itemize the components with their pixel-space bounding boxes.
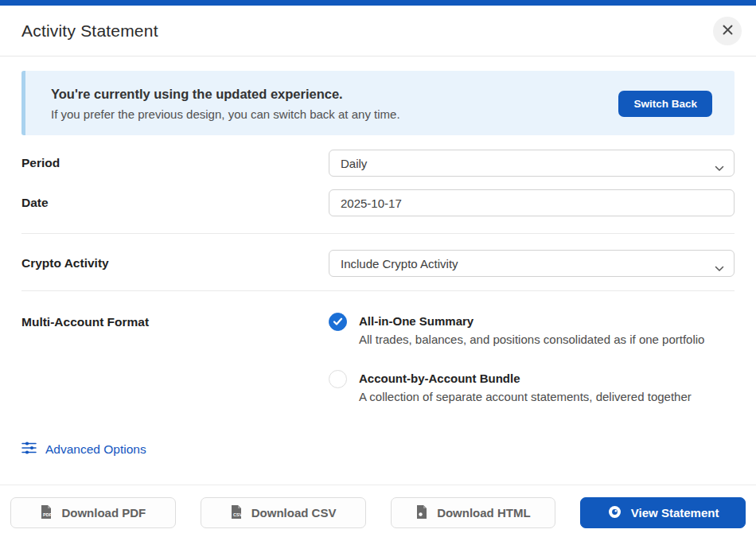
- view-statement-button[interactable]: View Statement: [580, 497, 746, 528]
- download-pdf-label: Download PDF: [61, 506, 146, 520]
- date-field: [329, 189, 735, 216]
- radio-option-title: Account-by-Account Bundle: [359, 369, 692, 385]
- download-html-button[interactable]: Download HTML: [391, 497, 556, 528]
- svg-text:CSV: CSV: [233, 512, 243, 517]
- period-label: Period: [21, 156, 329, 170]
- file-csv-icon: CSV: [230, 504, 243, 522]
- top-accent-bar: [0, 0, 756, 6]
- date-row: Date: [21, 189, 735, 216]
- close-icon: [722, 24, 734, 38]
- sliders-icon: [21, 441, 37, 458]
- download-html-label: Download HTML: [437, 506, 530, 520]
- period-row: Period Daily: [21, 150, 735, 177]
- period-field: Daily: [329, 150, 735, 177]
- divider: [21, 290, 735, 291]
- date-input[interactable]: [329, 189, 735, 216]
- advanced-options-label: Advanced Options: [45, 442, 146, 457]
- download-csv-label: Download CSV: [251, 506, 337, 520]
- svg-text:PDF: PDF: [43, 512, 53, 517]
- eye-icon: [607, 504, 622, 522]
- update-banner: You're currently using the updated exper…: [21, 71, 735, 135]
- radio-option-title: All-in-One Summary: [359, 312, 704, 328]
- advanced-options-link[interactable]: Advanced Options: [21, 441, 146, 458]
- radio-option-text: All-in-One Summary All trades, balances,…: [359, 312, 704, 346]
- multi-account-format-label: Multi-Account Format: [21, 312, 329, 329]
- switch-back-button[interactable]: Switch Back: [618, 91, 712, 117]
- banner-text: You're currently using the updated exper…: [51, 87, 618, 121]
- dialog-body: You're currently using the updated exper…: [0, 71, 756, 458]
- dialog-header: Activity Statement: [0, 6, 756, 56]
- date-label: Date: [21, 196, 329, 210]
- page-title: Activity Statement: [21, 21, 158, 41]
- multi-account-format-row: Multi-Account Format All-in-One Summary …: [21, 312, 735, 426]
- file-html-icon: [415, 504, 428, 522]
- view-statement-label: View Statement: [631, 506, 719, 520]
- download-pdf-button[interactable]: PDF Download PDF: [10, 497, 176, 528]
- multi-account-options: All-in-One Summary All trades, balances,…: [329, 312, 735, 426]
- period-select[interactable]: Daily: [329, 150, 735, 177]
- crypto-activity-label: Crypto Activity: [21, 256, 329, 270]
- file-pdf-icon: PDF: [40, 504, 53, 522]
- radio-option-account-bundle[interactable]: Account-by-Account Bundle A collection o…: [329, 369, 735, 403]
- radio-option-description: A collection of separate account stateme…: [359, 390, 692, 403]
- crypto-activity-field: Include Crypto Activity: [329, 250, 735, 277]
- crypto-activity-select[interactable]: Include Crypto Activity: [329, 250, 735, 277]
- close-button[interactable]: [713, 17, 742, 45]
- radio-option-all-in-one[interactable]: All-in-One Summary All trades, balances,…: [329, 312, 735, 346]
- radio-unselected-icon[interactable]: [329, 370, 347, 388]
- radio-option-text: Account-by-Account Bundle A collection o…: [359, 369, 692, 403]
- radio-option-description: All trades, balances, and positions cons…: [359, 333, 704, 346]
- banner-title: You're currently using the updated exper…: [51, 87, 618, 102]
- crypto-activity-row: Crypto Activity Include Crypto Activity: [21, 250, 735, 277]
- divider: [21, 233, 735, 234]
- download-csv-button[interactable]: CSV Download CSV: [201, 497, 366, 528]
- banner-subtitle: If you prefer the previous design, you c…: [51, 107, 618, 121]
- dialog-footer: PDF Download PDF CSV Download CSV Downlo…: [0, 485, 756, 528]
- radio-selected-icon[interactable]: [329, 313, 347, 331]
